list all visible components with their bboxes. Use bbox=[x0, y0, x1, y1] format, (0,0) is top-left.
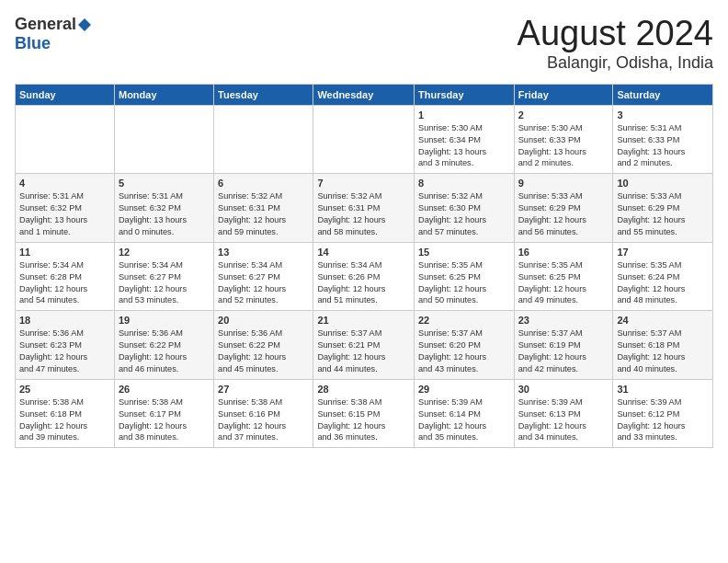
calendar-cell: 21Sunrise: 5:37 AM Sunset: 6:21 PM Dayli… bbox=[313, 311, 415, 380]
calendar-cell: 28Sunrise: 5:38 AM Sunset: 6:15 PM Dayli… bbox=[313, 379, 415, 448]
day-number: 17 bbox=[617, 247, 709, 258]
calendar-cell: 22Sunrise: 5:37 AM Sunset: 6:20 PM Dayli… bbox=[415, 311, 515, 380]
page-header: General Blue August 2024 Balangir, Odish… bbox=[15, 15, 713, 73]
cell-info: Sunrise: 5:34 AM Sunset: 6:26 PM Dayligh… bbox=[317, 259, 410, 307]
calendar-cell bbox=[16, 105, 115, 174]
day-number: 5 bbox=[119, 178, 210, 189]
day-number: 7 bbox=[317, 178, 410, 189]
day-number: 19 bbox=[119, 315, 210, 326]
cell-info: Sunrise: 5:31 AM Sunset: 6:33 PM Dayligh… bbox=[617, 122, 709, 170]
cell-info: Sunrise: 5:33 AM Sunset: 6:29 PM Dayligh… bbox=[518, 190, 609, 238]
calendar-table: Sunday Monday Tuesday Wednesday Thursday… bbox=[15, 84, 713, 449]
calendar-cell: 14Sunrise: 5:34 AM Sunset: 6:26 PM Dayli… bbox=[313, 242, 415, 311]
cell-info: Sunrise: 5:32 AM Sunset: 6:30 PM Dayligh… bbox=[418, 190, 510, 238]
calendar-cell: 23Sunrise: 5:37 AM Sunset: 6:19 PM Dayli… bbox=[514, 311, 613, 380]
day-number: 1 bbox=[418, 109, 510, 121]
calendar-cell: 11Sunrise: 5:34 AM Sunset: 6:28 PM Dayli… bbox=[16, 242, 115, 311]
calendar-cell: 30Sunrise: 5:39 AM Sunset: 6:13 PM Dayli… bbox=[514, 379, 613, 448]
calendar-cell: 15Sunrise: 5:35 AM Sunset: 6:25 PM Dayli… bbox=[415, 242, 515, 311]
calendar-cell: 20Sunrise: 5:36 AM Sunset: 6:22 PM Dayli… bbox=[214, 311, 313, 380]
header-wednesday: Wednesday bbox=[313, 84, 415, 105]
cell-info: Sunrise: 5:37 AM Sunset: 6:18 PM Dayligh… bbox=[617, 327, 709, 375]
day-number: 8 bbox=[418, 178, 510, 189]
cell-info: Sunrise: 5:30 AM Sunset: 6:34 PM Dayligh… bbox=[418, 122, 510, 170]
cell-info: Sunrise: 5:39 AM Sunset: 6:13 PM Dayligh… bbox=[518, 396, 609, 444]
day-number: 30 bbox=[518, 384, 609, 395]
day-number: 22 bbox=[418, 315, 510, 326]
calendar-cell: 19Sunrise: 5:36 AM Sunset: 6:22 PM Dayli… bbox=[114, 311, 213, 380]
cell-info: Sunrise: 5:35 AM Sunset: 6:25 PM Dayligh… bbox=[418, 259, 510, 307]
day-number: 18 bbox=[19, 315, 110, 326]
cell-info: Sunrise: 5:35 AM Sunset: 6:25 PM Dayligh… bbox=[518, 259, 609, 307]
day-number: 21 bbox=[317, 315, 410, 326]
day-number: 24 bbox=[617, 315, 709, 326]
cell-info: Sunrise: 5:35 AM Sunset: 6:24 PM Dayligh… bbox=[617, 259, 709, 307]
header-tuesday: Tuesday bbox=[214, 84, 313, 105]
svg-marker-0 bbox=[78, 18, 91, 31]
cell-info: Sunrise: 5:38 AM Sunset: 6:18 PM Dayligh… bbox=[19, 396, 110, 444]
calendar-cell: 16Sunrise: 5:35 AM Sunset: 6:25 PM Dayli… bbox=[514, 242, 613, 311]
cell-info: Sunrise: 5:31 AM Sunset: 6:32 PM Dayligh… bbox=[119, 190, 210, 238]
day-number: 4 bbox=[19, 178, 110, 189]
day-number: 29 bbox=[418, 384, 510, 395]
header-monday: Monday bbox=[114, 84, 213, 105]
day-number: 13 bbox=[218, 247, 309, 258]
day-number: 28 bbox=[317, 384, 410, 395]
calendar-cell: 5Sunrise: 5:31 AM Sunset: 6:32 PM Daylig… bbox=[114, 174, 213, 243]
calendar-cell: 8Sunrise: 5:32 AM Sunset: 6:30 PM Daylig… bbox=[415, 174, 515, 243]
cell-info: Sunrise: 5:39 AM Sunset: 6:14 PM Dayligh… bbox=[418, 396, 510, 444]
calendar-week-row: 18Sunrise: 5:36 AM Sunset: 6:23 PM Dayli… bbox=[16, 311, 713, 380]
cell-info: Sunrise: 5:38 AM Sunset: 6:16 PM Dayligh… bbox=[218, 396, 309, 444]
logo-general-text: General bbox=[15, 15, 76, 34]
day-number: 25 bbox=[19, 384, 110, 395]
calendar-cell: 6Sunrise: 5:32 AM Sunset: 6:31 PM Daylig… bbox=[214, 174, 313, 243]
day-number: 15 bbox=[418, 247, 510, 258]
calendar-cell: 4Sunrise: 5:31 AM Sunset: 6:32 PM Daylig… bbox=[16, 174, 115, 243]
cell-info: Sunrise: 5:32 AM Sunset: 6:31 PM Dayligh… bbox=[317, 190, 410, 238]
calendar-cell: 26Sunrise: 5:38 AM Sunset: 6:17 PM Dayli… bbox=[114, 379, 213, 448]
calendar-cell: 17Sunrise: 5:35 AM Sunset: 6:24 PM Dayli… bbox=[613, 242, 713, 311]
cell-info: Sunrise: 5:38 AM Sunset: 6:17 PM Dayligh… bbox=[119, 396, 210, 444]
calendar-cell: 9Sunrise: 5:33 AM Sunset: 6:29 PM Daylig… bbox=[514, 174, 613, 243]
title-block: August 2024 Balangir, Odisha, India bbox=[518, 15, 713, 73]
cell-info: Sunrise: 5:33 AM Sunset: 6:29 PM Dayligh… bbox=[617, 190, 709, 238]
calendar-week-row: 1Sunrise: 5:30 AM Sunset: 6:34 PM Daylig… bbox=[16, 105, 713, 174]
calendar-cell: 27Sunrise: 5:38 AM Sunset: 6:16 PM Dayli… bbox=[214, 379, 313, 448]
cell-info: Sunrise: 5:34 AM Sunset: 6:27 PM Dayligh… bbox=[119, 259, 210, 307]
day-number: 23 bbox=[518, 315, 609, 326]
day-number: 11 bbox=[19, 247, 110, 258]
cell-info: Sunrise: 5:37 AM Sunset: 6:20 PM Dayligh… bbox=[418, 327, 510, 375]
cell-info: Sunrise: 5:37 AM Sunset: 6:21 PM Dayligh… bbox=[317, 327, 410, 375]
day-number: 20 bbox=[218, 315, 309, 326]
month-year-title: August 2024 bbox=[518, 15, 713, 53]
header-saturday: Saturday bbox=[613, 84, 713, 105]
day-number: 16 bbox=[518, 247, 609, 258]
calendar-cell: 13Sunrise: 5:34 AM Sunset: 6:27 PM Dayli… bbox=[214, 242, 313, 311]
cell-info: Sunrise: 5:39 AM Sunset: 6:12 PM Dayligh… bbox=[617, 396, 709, 444]
logo-icon bbox=[77, 17, 92, 32]
logo-blue-text: Blue bbox=[15, 34, 51, 52]
calendar-cell: 2Sunrise: 5:30 AM Sunset: 6:33 PM Daylig… bbox=[514, 105, 613, 174]
day-number: 26 bbox=[119, 384, 210, 395]
calendar-cell: 29Sunrise: 5:39 AM Sunset: 6:14 PM Dayli… bbox=[415, 379, 515, 448]
day-number: 27 bbox=[218, 384, 309, 395]
day-number: 14 bbox=[317, 247, 410, 258]
logo: General Blue bbox=[15, 15, 93, 53]
calendar-cell: 3Sunrise: 5:31 AM Sunset: 6:33 PM Daylig… bbox=[613, 105, 713, 174]
calendar-cell: 7Sunrise: 5:32 AM Sunset: 6:31 PM Daylig… bbox=[313, 174, 415, 243]
day-number: 6 bbox=[218, 178, 309, 189]
calendar-cell: 24Sunrise: 5:37 AM Sunset: 6:18 PM Dayli… bbox=[613, 311, 713, 380]
cell-info: Sunrise: 5:36 AM Sunset: 6:22 PM Dayligh… bbox=[119, 327, 210, 375]
day-number: 2 bbox=[518, 109, 609, 121]
day-number: 12 bbox=[119, 247, 210, 258]
calendar-cell: 18Sunrise: 5:36 AM Sunset: 6:23 PM Dayli… bbox=[16, 311, 115, 380]
day-number: 9 bbox=[518, 178, 609, 189]
calendar-week-row: 25Sunrise: 5:38 AM Sunset: 6:18 PM Dayli… bbox=[16, 379, 713, 448]
cell-info: Sunrise: 5:30 AM Sunset: 6:33 PM Dayligh… bbox=[518, 122, 609, 170]
location-subtitle: Balangir, Odisha, India bbox=[518, 53, 713, 73]
day-number: 10 bbox=[617, 178, 709, 189]
calendar-cell: 10Sunrise: 5:33 AM Sunset: 6:29 PM Dayli… bbox=[613, 174, 713, 243]
day-number: 3 bbox=[617, 109, 709, 121]
calendar-cell: 31Sunrise: 5:39 AM Sunset: 6:12 PM Dayli… bbox=[613, 379, 713, 448]
cell-info: Sunrise: 5:34 AM Sunset: 6:28 PM Dayligh… bbox=[19, 259, 110, 307]
